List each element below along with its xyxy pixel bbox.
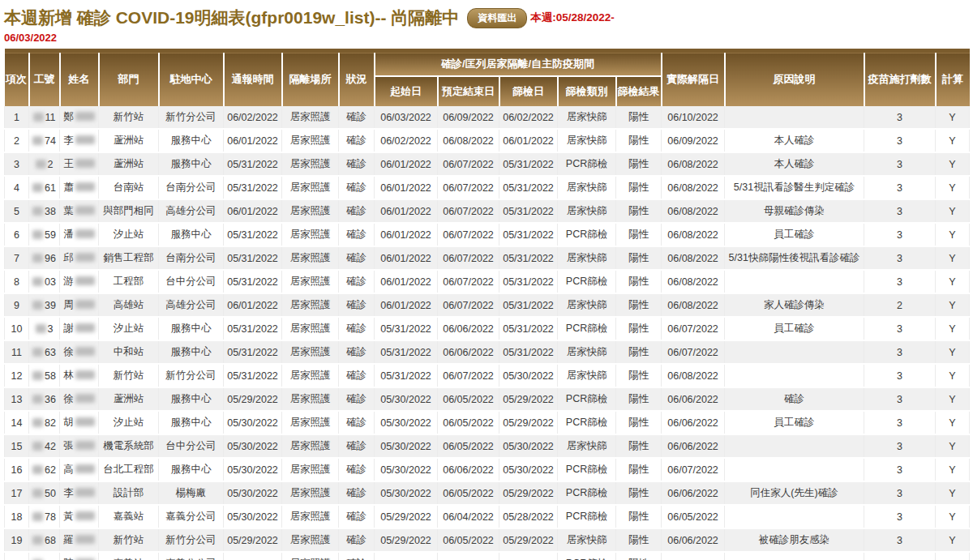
redacted-blur bbox=[33, 113, 44, 122]
cell-calc: Y bbox=[936, 246, 970, 270]
cell-status: 確診 bbox=[339, 411, 375, 434]
cell-center: 服務中心 bbox=[159, 223, 224, 246]
table-row: 538葉與部門相同高雄分公司06/01/2022居家照護確診06/01/2022… bbox=[5, 199, 970, 223]
cell-name: 羅 bbox=[60, 528, 99, 552]
cell-report-time: 06/01/2022 bbox=[224, 129, 282, 152]
cell-dept: 嘉義站 bbox=[99, 505, 159, 528]
cell-release: 06/07/2022 bbox=[662, 317, 725, 340]
cell-center: 台中分公司 bbox=[159, 270, 224, 293]
cell-test-type: PCR篩檢 bbox=[558, 317, 616, 340]
redacted-blur bbox=[32, 512, 43, 521]
cell-emp-id: 68 bbox=[29, 528, 60, 552]
cell-report-time: 05/30/2022 bbox=[224, 552, 282, 560]
cell-place: 居家照護 bbox=[282, 505, 339, 528]
cell-dept: 嘉義站 bbox=[99, 552, 159, 560]
cell-test-date: 05/28/2022 bbox=[499, 552, 558, 560]
table-row: 939周高雄站高雄分公司06/01/2022居家照護確診06/01/202206… bbox=[5, 293, 970, 317]
cell-vaccine: 3 bbox=[864, 106, 936, 129]
cell-emp-id: 63 bbox=[29, 340, 60, 364]
cell-name: 陳 bbox=[60, 552, 99, 560]
cell-release: 06/10/2022 bbox=[662, 106, 725, 129]
cell-test-type: PCR篩檢 bbox=[558, 387, 616, 411]
table-row: 1163徐中和站服務中心05/31/2022居家照護確診05/31/202206… bbox=[5, 340, 970, 364]
cell-status: 確診 bbox=[339, 364, 375, 387]
redacted-blur bbox=[75, 229, 95, 238]
cell-dept: 中和站 bbox=[99, 340, 159, 364]
cell-expected-end: 06/07/2022 bbox=[438, 246, 499, 270]
cell-no: 12 bbox=[5, 364, 29, 387]
cell-vaccine: 3 bbox=[864, 528, 936, 552]
redacted-blur bbox=[75, 370, 95, 379]
cell-reason: 員工確診 bbox=[725, 223, 864, 246]
cell-start: 05/30/2022 bbox=[375, 411, 438, 434]
cell-reason: 被確診朋友感染 bbox=[725, 528, 864, 552]
cell-start: 06/01/2022 bbox=[375, 270, 438, 293]
redacted-blur bbox=[75, 253, 95, 262]
redacted-blur bbox=[75, 323, 95, 332]
cell-status: 確診 bbox=[339, 340, 375, 364]
cell-calc: Y bbox=[936, 387, 970, 411]
cell-test-result: 陽性 bbox=[616, 481, 662, 505]
cell-test-type: PCR篩檢 bbox=[558, 552, 616, 560]
cell-center: 嘉義分公司 bbox=[159, 505, 224, 528]
cell-dept: 新竹站 bbox=[99, 106, 159, 129]
cell-test-date: 05/30/2022 bbox=[499, 458, 558, 481]
cell-place: 居家照護 bbox=[282, 246, 339, 270]
cell-reason: 員工確診 bbox=[725, 317, 864, 340]
cell-test-date: 05/31/2022 bbox=[499, 199, 558, 223]
cell-calc: Y bbox=[936, 458, 970, 481]
cell-emp-id: 55 bbox=[29, 552, 60, 560]
cell-start: 06/01/2022 bbox=[375, 152, 438, 176]
cell-test-result: 陽性 bbox=[616, 199, 662, 223]
cell-expected-end: 06/07/2022 bbox=[438, 223, 499, 246]
table-row: 803游工程部台中分公司05/31/2022居家照護確診06/01/202206… bbox=[5, 270, 970, 293]
col-header-emp-id: 工號 bbox=[29, 51, 60, 107]
cell-name: 潘 bbox=[60, 223, 99, 246]
cell-name: 李 bbox=[60, 129, 99, 152]
cell-name: 謝 bbox=[60, 317, 99, 340]
table-row: 659潘汐止站服務中心05/31/2022居家照護確診06/01/202206/… bbox=[5, 223, 970, 246]
cell-reason: 母親確診傳染 bbox=[725, 199, 864, 223]
redacted-blur bbox=[32, 371, 43, 380]
cell-test-result: 陽性 bbox=[616, 528, 662, 552]
cell-reason: 確診 bbox=[725, 387, 864, 411]
cell-dept: 新竹站 bbox=[99, 364, 159, 387]
cell-no: 20 bbox=[5, 552, 29, 560]
cell-center: 台南分公司 bbox=[159, 246, 224, 270]
cell-report-time: 05/29/2022 bbox=[224, 528, 282, 552]
cell-emp-id: 36 bbox=[29, 387, 60, 411]
cell-emp-id: 74 bbox=[29, 129, 60, 152]
cell-place: 居家照護 bbox=[282, 270, 339, 293]
cell-test-type: 居家快篩 bbox=[558, 364, 616, 387]
export-data-button[interactable]: 資料匯出 bbox=[467, 8, 527, 28]
cell-test-result: 陽性 bbox=[616, 364, 662, 387]
cell-dept: 蘆洲站 bbox=[99, 387, 159, 411]
cell-report-time: 05/30/2022 bbox=[224, 458, 282, 481]
cell-center: 服務中心 bbox=[159, 411, 224, 434]
cell-test-type: PCR篩檢 bbox=[558, 223, 616, 246]
cell-test-result: 陽性 bbox=[616, 106, 662, 129]
table-row: 111鄭新竹站新竹分公司06/02/2022居家照護確診06/03/202206… bbox=[5, 106, 970, 129]
cell-no: 17 bbox=[5, 481, 29, 505]
cell-name: 張 bbox=[60, 434, 99, 458]
cell-expected-end: 06/07/2022 bbox=[438, 152, 499, 176]
cell-reason bbox=[725, 270, 864, 293]
cell-test-date: 05/29/2022 bbox=[499, 411, 558, 434]
cell-calc: Y bbox=[936, 552, 970, 560]
cell-release: 06/08/2022 bbox=[662, 293, 725, 317]
cell-center: 高雄分公司 bbox=[159, 199, 224, 223]
cell-dept: 汐止站 bbox=[99, 223, 159, 246]
col-header-status: 狀況 bbox=[339, 51, 375, 107]
cell-report-time: 05/30/2022 bbox=[224, 434, 282, 458]
table-row: 32王蘆洲站服務中心05/31/2022居家照護確診06/01/202206/0… bbox=[5, 152, 970, 176]
cell-vaccine: 3 bbox=[864, 481, 936, 505]
cell-reason bbox=[725, 106, 864, 129]
cell-test-result: 陽性 bbox=[616, 176, 662, 199]
cell-expected-end: 06/07/2022 bbox=[438, 176, 499, 199]
cell-vaccine: 3 bbox=[864, 505, 936, 528]
cell-start: 06/01/2022 bbox=[375, 223, 438, 246]
redacted-blur bbox=[75, 441, 95, 450]
cell-emp-id: 3 bbox=[29, 317, 60, 340]
cell-test-type: 居家快篩 bbox=[558, 293, 616, 317]
cell-vaccine: 3 bbox=[864, 199, 936, 223]
